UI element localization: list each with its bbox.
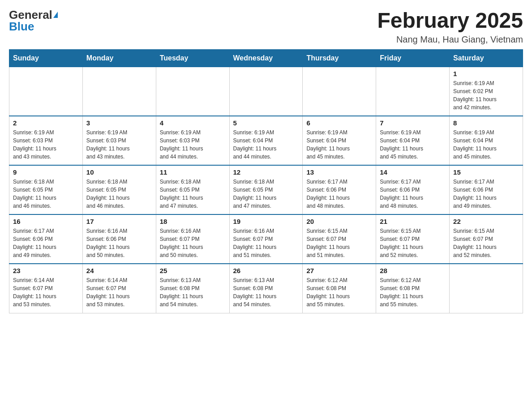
day-number: 4 — [160, 119, 226, 127]
day-number: 13 — [306, 168, 372, 176]
day-info: Sunrise: 6:14 AM Sunset: 6:07 PM Dayligh… — [86, 276, 152, 308]
calendar-week-row: 23Sunrise: 6:14 AM Sunset: 6:07 PM Dayli… — [9, 264, 523, 313]
day-number: 14 — [380, 168, 446, 176]
calendar-day-cell: 26Sunrise: 6:13 AM Sunset: 6:08 PM Dayli… — [229, 264, 303, 313]
calendar-day-cell: 21Sunrise: 6:15 AM Sunset: 6:07 PM Dayli… — [376, 214, 450, 264]
calendar-day-cell: 19Sunrise: 6:16 AM Sunset: 6:07 PM Dayli… — [229, 214, 303, 264]
day-info: Sunrise: 6:17 AM Sunset: 6:06 PM Dayligh… — [13, 227, 79, 259]
calendar-day-cell — [303, 67, 376, 116]
day-of-week-header: Sunday — [9, 49, 83, 67]
page-header: General Blue February 2025 Nang Mau, Hau… — [9, 9, 523, 45]
day-info: Sunrise: 6:17 AM Sunset: 6:06 PM Dayligh… — [453, 178, 519, 210]
day-number: 9 — [13, 168, 79, 176]
calendar-day-cell: 16Sunrise: 6:17 AM Sunset: 6:06 PM Dayli… — [9, 214, 83, 264]
day-info: Sunrise: 6:18 AM Sunset: 6:05 PM Dayligh… — [160, 178, 226, 210]
calendar-week-row: 1Sunrise: 6:19 AM Sunset: 6:02 PM Daylig… — [9, 67, 523, 116]
day-number: 10 — [86, 168, 152, 176]
calendar-day-cell: 3Sunrise: 6:19 AM Sunset: 6:03 PM Daylig… — [82, 116, 156, 165]
day-info: Sunrise: 6:18 AM Sunset: 6:05 PM Dayligh… — [86, 178, 152, 210]
calendar-day-cell: 13Sunrise: 6:17 AM Sunset: 6:06 PM Dayli… — [303, 165, 376, 214]
day-info: Sunrise: 6:15 AM Sunset: 6:07 PM Dayligh… — [306, 227, 372, 259]
logo-general-text: General — [9, 9, 52, 21]
day-of-week-header: Saturday — [450, 49, 523, 67]
title-section: February 2025 Nang Mau, Hau Giang, Vietn… — [377, 9, 523, 45]
calendar-day-cell — [156, 67, 229, 116]
day-number: 5 — [233, 119, 299, 127]
day-number: 12 — [233, 168, 299, 176]
calendar-week-row: 9Sunrise: 6:18 AM Sunset: 6:05 PM Daylig… — [9, 165, 523, 214]
calendar-header-row: SundayMondayTuesdayWednesdayThursdayFrid… — [9, 49, 523, 67]
day-number: 21 — [380, 218, 446, 225]
calendar-day-cell — [229, 67, 303, 116]
day-number: 8 — [453, 119, 519, 127]
day-number: 19 — [233, 218, 299, 225]
calendar-day-cell: 10Sunrise: 6:18 AM Sunset: 6:05 PM Dayli… — [82, 165, 156, 214]
calendar-table: SundayMondayTuesdayWednesdayThursdayFrid… — [9, 49, 523, 313]
day-info: Sunrise: 6:19 AM Sunset: 6:03 PM Dayligh… — [160, 128, 226, 161]
day-number: 15 — [453, 168, 519, 176]
day-of-week-header: Wednesday — [229, 49, 303, 67]
day-info: Sunrise: 6:13 AM Sunset: 6:08 PM Dayligh… — [233, 276, 299, 308]
calendar-day-cell: 2Sunrise: 6:19 AM Sunset: 6:03 PM Daylig… — [9, 116, 83, 165]
location: Nang Mau, Hau Giang, Vietnam — [377, 34, 523, 45]
calendar-day-cell — [450, 264, 523, 313]
day-number: 25 — [160, 267, 226, 274]
day-info: Sunrise: 6:18 AM Sunset: 6:05 PM Dayligh… — [233, 178, 299, 210]
day-number: 24 — [86, 267, 152, 274]
calendar-day-cell: 6Sunrise: 6:19 AM Sunset: 6:04 PM Daylig… — [303, 116, 376, 165]
day-info: Sunrise: 6:19 AM Sunset: 6:02 PM Dayligh… — [453, 79, 519, 111]
calendar-day-cell: 11Sunrise: 6:18 AM Sunset: 6:05 PM Dayli… — [156, 165, 229, 214]
day-number: 16 — [13, 218, 79, 225]
calendar-day-cell: 18Sunrise: 6:16 AM Sunset: 6:07 PM Dayli… — [156, 214, 229, 264]
day-info: Sunrise: 6:19 AM Sunset: 6:04 PM Dayligh… — [453, 128, 519, 161]
day-of-week-header: Monday — [82, 49, 156, 67]
calendar-day-cell: 14Sunrise: 6:17 AM Sunset: 6:06 PM Dayli… — [376, 165, 450, 214]
day-info: Sunrise: 6:19 AM Sunset: 6:04 PM Dayligh… — [306, 128, 372, 161]
day-info: Sunrise: 6:19 AM Sunset: 6:03 PM Dayligh… — [86, 128, 152, 161]
day-number: 23 — [13, 267, 79, 274]
day-info: Sunrise: 6:15 AM Sunset: 6:07 PM Dayligh… — [453, 227, 519, 259]
calendar-day-cell: 4Sunrise: 6:19 AM Sunset: 6:03 PM Daylig… — [156, 116, 229, 165]
day-info: Sunrise: 6:16 AM Sunset: 6:07 PM Dayligh… — [233, 227, 299, 259]
day-number: 22 — [453, 218, 519, 225]
day-info: Sunrise: 6:15 AM Sunset: 6:07 PM Dayligh… — [380, 227, 446, 259]
calendar-day-cell: 15Sunrise: 6:17 AM Sunset: 6:06 PM Dayli… — [450, 165, 523, 214]
day-of-week-header: Tuesday — [156, 49, 229, 67]
day-info: Sunrise: 6:12 AM Sunset: 6:08 PM Dayligh… — [380, 276, 446, 308]
calendar-day-cell: 27Sunrise: 6:12 AM Sunset: 6:08 PM Dayli… — [303, 264, 376, 313]
calendar-day-cell: 20Sunrise: 6:15 AM Sunset: 6:07 PM Dayli… — [303, 214, 376, 264]
calendar-day-cell: 9Sunrise: 6:18 AM Sunset: 6:05 PM Daylig… — [9, 165, 83, 214]
day-number: 20 — [306, 218, 372, 225]
calendar-day-cell: 28Sunrise: 6:12 AM Sunset: 6:08 PM Dayli… — [376, 264, 450, 313]
day-info: Sunrise: 6:19 AM Sunset: 6:04 PM Dayligh… — [233, 128, 299, 161]
day-info: Sunrise: 6:17 AM Sunset: 6:06 PM Dayligh… — [380, 178, 446, 210]
calendar-day-cell — [9, 67, 83, 116]
calendar-day-cell: 22Sunrise: 6:15 AM Sunset: 6:07 PM Dayli… — [450, 214, 523, 264]
calendar-day-cell: 25Sunrise: 6:13 AM Sunset: 6:08 PM Dayli… — [156, 264, 229, 313]
calendar-week-row: 2Sunrise: 6:19 AM Sunset: 6:03 PM Daylig… — [9, 116, 523, 165]
day-number: 17 — [86, 218, 152, 225]
day-number: 3 — [86, 119, 152, 127]
logo-triangle-icon — [53, 12, 58, 18]
calendar-day-cell: 8Sunrise: 6:19 AM Sunset: 6:04 PM Daylig… — [450, 116, 523, 165]
day-number: 2 — [13, 119, 79, 127]
day-info: Sunrise: 6:17 AM Sunset: 6:06 PM Dayligh… — [306, 178, 372, 210]
calendar-day-cell — [376, 67, 450, 116]
day-info: Sunrise: 6:18 AM Sunset: 6:05 PM Dayligh… — [13, 178, 79, 210]
day-info: Sunrise: 6:14 AM Sunset: 6:07 PM Dayligh… — [13, 276, 79, 308]
day-info: Sunrise: 6:16 AM Sunset: 6:07 PM Dayligh… — [160, 227, 226, 259]
calendar-day-cell: 17Sunrise: 6:16 AM Sunset: 6:06 PM Dayli… — [82, 214, 156, 264]
day-of-week-header: Friday — [376, 49, 450, 67]
calendar-day-cell: 1Sunrise: 6:19 AM Sunset: 6:02 PM Daylig… — [450, 67, 523, 116]
calendar-day-cell: 12Sunrise: 6:18 AM Sunset: 6:05 PM Dayli… — [229, 165, 303, 214]
day-info: Sunrise: 6:13 AM Sunset: 6:08 PM Dayligh… — [160, 276, 226, 308]
calendar-day-cell: 5Sunrise: 6:19 AM Sunset: 6:04 PM Daylig… — [229, 116, 303, 165]
logo: General Blue — [9, 9, 58, 32]
day-number: 28 — [380, 267, 446, 274]
logo-blue-text: Blue — [9, 21, 34, 32]
day-info: Sunrise: 6:19 AM Sunset: 6:04 PM Dayligh… — [380, 128, 446, 161]
day-of-week-header: Thursday — [303, 49, 376, 67]
day-number: 1 — [453, 70, 519, 77]
day-number: 11 — [160, 168, 226, 176]
calendar-week-row: 16Sunrise: 6:17 AM Sunset: 6:06 PM Dayli… — [9, 214, 523, 264]
